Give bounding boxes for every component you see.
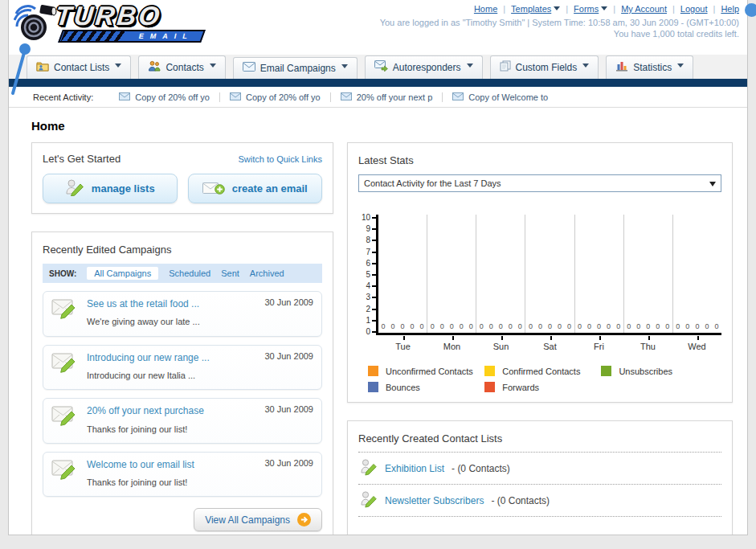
tab-statistics[interactable]: Statistics: [606, 55, 693, 79]
person-pencil-icon: [360, 490, 378, 510]
recent-activity-item[interactable]: 20% off your next p: [331, 92, 443, 102]
bar-value-label: 0: [597, 322, 601, 330]
tab-contact-lists[interactable]: Contact Lists: [27, 55, 131, 79]
y-tick-label: 6: [366, 260, 376, 267]
tab-email-campaigns[interactable]: Email Campaigns: [233, 57, 358, 79]
envelope-icon: [243, 62, 255, 74]
top-nav-links: Home Templates Forms My Account Logout H…: [474, 4, 739, 14]
bar-value-label: 0: [714, 322, 718, 330]
bar-value-label: 0: [489, 322, 493, 330]
bar-value-label: 0: [548, 322, 552, 330]
button-label: create an email: [232, 182, 308, 195]
bar-value-label: 0: [411, 322, 415, 330]
bar-value-label: 0: [578, 322, 582, 330]
create-email-button[interactable]: create an email: [188, 174, 323, 203]
button-label: manage lists: [92, 182, 155, 195]
recent-activity-item[interactable]: Copy of 20% off yo: [109, 92, 220, 102]
show-label: SHOW:: [49, 269, 76, 278]
y-tick-label: 5: [366, 272, 376, 278]
top-link-my-account[interactable]: My Account: [621, 4, 667, 14]
campaign-item[interactable]: Introducing our new range ... Introducin…: [43, 345, 322, 391]
campaign-subtitle: Thanks for joining our list!: [87, 424, 187, 434]
switch-quick-links[interactable]: Switch to Quick Links: [238, 154, 322, 164]
app-window: TURBO EMAIL Home Templates Forms My Acco…: [8, 0, 748, 535]
legend-swatch: [484, 382, 495, 392]
bar-value-label: 0: [656, 322, 660, 330]
divider: [566, 4, 568, 14]
get-started-title: Let's Get Started: [43, 153, 121, 165]
bar-value-label: 0: [480, 322, 484, 330]
chevron-down-icon: [467, 64, 473, 71]
top-link-templates[interactable]: Templates: [511, 4, 560, 14]
contact-list-item: Newsletter Subscribers - (0 Contacts): [358, 485, 721, 517]
tab-label: Autoresponders: [393, 62, 461, 73]
contact-list-link[interactable]: Newsletter Subscribers: [385, 495, 484, 506]
top-link-forms[interactable]: Forms: [574, 4, 607, 14]
campaign-item[interactable]: Welcome to our email list Thanks for joi…: [43, 452, 322, 498]
manage-lists-button[interactable]: manage lists: [43, 174, 178, 203]
x-tick-label: Wed: [672, 336, 721, 351]
envelope-plus-icon: [202, 181, 225, 197]
bar-value-label: 0: [431, 322, 435, 330]
recent-activity-item[interactable]: Copy of Welcome to: [443, 92, 558, 102]
y-tick-label: 7: [366, 249, 376, 256]
chart-x-labels: TueMonSunSatFriThuWed: [378, 336, 721, 351]
top-link-logout[interactable]: Logout: [680, 4, 708, 14]
view-all-campaigns-button[interactable]: View All Campaigns: [194, 508, 322, 531]
filter-sent[interactable]: Sent: [221, 268, 239, 278]
campaign-date: 30 Jun 2009: [264, 297, 313, 307]
campaign-title-link[interactable]: See us at the retail food ...: [87, 297, 200, 311]
top-link-home[interactable]: Home: [474, 4, 497, 14]
stats-period-select[interactable]: Contact Activity for the Last 7 Days: [358, 174, 721, 192]
activity-link-label: Copy of Welcome to: [468, 92, 548, 102]
chevron-down-icon: [210, 64, 216, 71]
app-logo[interactable]: TURBO EMAIL: [14, 2, 203, 47]
logo-text: TURBO EMAIL: [55, 2, 203, 43]
logo-word-email: EMAIL: [138, 32, 194, 40]
campaign-title-link[interactable]: 20% off your next purchase: [87, 404, 204, 418]
envelope-icon: [341, 92, 352, 102]
chart-day-column: 00000: [673, 215, 721, 333]
contact-list-link[interactable]: Exhibition List: [385, 463, 444, 474]
filter-archived[interactable]: Archived: [250, 268, 284, 278]
chart-plot: 00000000000000000000000000000000000: [376, 215, 721, 335]
bar-value-label: 0: [420, 322, 424, 330]
bar-value-label: 0: [529, 322, 533, 330]
campaign-title-link[interactable]: Welcome to our email list: [87, 458, 194, 472]
campaign-item[interactable]: See us at the retail food ... We're givi…: [43, 291, 322, 337]
top-link-help[interactable]: Help: [721, 4, 739, 14]
contact-activity-chart: 109876543210 000000000000000000000000000…: [358, 215, 721, 392]
tab-label: Email Campaigns: [260, 63, 336, 74]
bar-value-label: 0: [518, 322, 522, 330]
tab-autoresponders[interactable]: Autoresponders: [365, 55, 483, 79]
campaign-title-link[interactable]: Introducing our new range ...: [87, 351, 210, 365]
bar-value-label: 0: [382, 322, 386, 330]
chart-day-column: 00000: [476, 215, 525, 333]
recent-activity-item[interactable]: Copy of 20% off yo: [220, 92, 331, 102]
tab-custom-fields[interactable]: Custom Fields: [490, 55, 599, 79]
button-label: View All Campaigns: [205, 514, 290, 526]
legend-item: Confirmed Contacts: [484, 366, 601, 376]
filter-all-campaigns[interactable]: All Campaigns: [87, 267, 158, 280]
bar-value-label: 0: [607, 322, 611, 330]
chevron-down-icon: [582, 64, 589, 71]
bar-value-label: 0: [627, 322, 631, 330]
y-tick-label: 9: [366, 226, 376, 232]
bar-value-label: 0: [509, 322, 513, 330]
chart-day-column: 00000: [427, 215, 476, 333]
y-tick-label: 4: [366, 283, 376, 289]
page-title: Home: [31, 119, 733, 133]
turbo-icon: [14, 2, 59, 47]
campaign-item[interactable]: 20% off your next purchase Thanks for jo…: [43, 398, 322, 444]
chart-y-axis: 109876543210: [358, 215, 376, 335]
chevron-down-icon: [601, 6, 607, 14]
y-tick-label: 8: [366, 237, 376, 244]
campaign-subtitle: Introducing our new Italia ...: [87, 371, 195, 380]
chevron-down-icon: [115, 64, 121, 71]
divider: [613, 4, 615, 14]
tab-contacts[interactable]: Contacts: [138, 55, 225, 79]
legend-item: Forwards: [484, 382, 601, 392]
filter-scheduled[interactable]: Scheduled: [169, 268, 210, 278]
legend-swatch: [368, 366, 378, 376]
contact-lists-title: Recently Created Contact Lists: [358, 432, 502, 445]
